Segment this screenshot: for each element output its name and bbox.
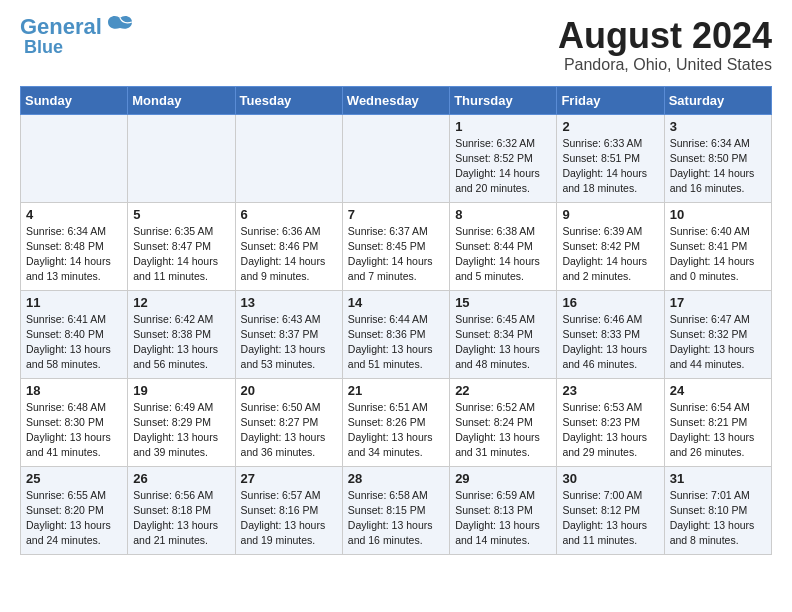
day-number: 25 (26, 471, 122, 486)
logo-general: General (20, 14, 102, 39)
day-number: 27 (241, 471, 337, 486)
calendar-cell: 10Sunrise: 6:40 AMSunset: 8:41 PMDayligh… (664, 202, 771, 290)
day-number: 15 (455, 295, 551, 310)
day-number: 9 (562, 207, 658, 222)
day-info: Sunrise: 6:42 AMSunset: 8:38 PMDaylight:… (133, 312, 229, 373)
day-info: Sunrise: 6:52 AMSunset: 8:24 PMDaylight:… (455, 400, 551, 461)
day-number: 26 (133, 471, 229, 486)
calendar-cell: 15Sunrise: 6:45 AMSunset: 8:34 PMDayligh… (450, 290, 557, 378)
day-info: Sunrise: 6:57 AMSunset: 8:16 PMDaylight:… (241, 488, 337, 549)
day-number: 3 (670, 119, 766, 134)
calendar-cell: 13Sunrise: 6:43 AMSunset: 8:37 PMDayligh… (235, 290, 342, 378)
header-row: SundayMondayTuesdayWednesdayThursdayFrid… (21, 86, 772, 114)
calendar-cell: 7Sunrise: 6:37 AMSunset: 8:45 PMDaylight… (342, 202, 449, 290)
day-info: Sunrise: 7:00 AMSunset: 8:12 PMDaylight:… (562, 488, 658, 549)
page: General Blue August 2024 Pandora, Ohio, … (0, 0, 792, 571)
day-number: 29 (455, 471, 551, 486)
day-info: Sunrise: 6:41 AMSunset: 8:40 PMDaylight:… (26, 312, 122, 373)
col-header-thursday: Thursday (450, 86, 557, 114)
day-number: 8 (455, 207, 551, 222)
day-number: 11 (26, 295, 122, 310)
calendar-cell: 4Sunrise: 6:34 AMSunset: 8:48 PMDaylight… (21, 202, 128, 290)
calendar-cell: 9Sunrise: 6:39 AMSunset: 8:42 PMDaylight… (557, 202, 664, 290)
calendar-cell: 25Sunrise: 6:55 AMSunset: 8:20 PMDayligh… (21, 466, 128, 554)
col-header-monday: Monday (128, 86, 235, 114)
calendar-cell (235, 114, 342, 202)
day-number: 4 (26, 207, 122, 222)
day-info: Sunrise: 6:43 AMSunset: 8:37 PMDaylight:… (241, 312, 337, 373)
calendar-cell (342, 114, 449, 202)
day-number: 28 (348, 471, 444, 486)
week-row-3: 11Sunrise: 6:41 AMSunset: 8:40 PMDayligh… (21, 290, 772, 378)
week-row-2: 4Sunrise: 6:34 AMSunset: 8:48 PMDaylight… (21, 202, 772, 290)
calendar-table: SundayMondayTuesdayWednesdayThursdayFrid… (20, 86, 772, 555)
day-number: 13 (241, 295, 337, 310)
day-info: Sunrise: 6:34 AMSunset: 8:50 PMDaylight:… (670, 136, 766, 197)
col-header-friday: Friday (557, 86, 664, 114)
calendar-cell: 21Sunrise: 6:51 AMSunset: 8:26 PMDayligh… (342, 378, 449, 466)
calendar-cell: 22Sunrise: 6:52 AMSunset: 8:24 PMDayligh… (450, 378, 557, 466)
calendar-cell: 5Sunrise: 6:35 AMSunset: 8:47 PMDaylight… (128, 202, 235, 290)
day-info: Sunrise: 7:01 AMSunset: 8:10 PMDaylight:… (670, 488, 766, 549)
calendar-cell: 19Sunrise: 6:49 AMSunset: 8:29 PMDayligh… (128, 378, 235, 466)
day-info: Sunrise: 6:51 AMSunset: 8:26 PMDaylight:… (348, 400, 444, 461)
calendar-cell: 1Sunrise: 6:32 AMSunset: 8:52 PMDaylight… (450, 114, 557, 202)
calendar-cell: 23Sunrise: 6:53 AMSunset: 8:23 PMDayligh… (557, 378, 664, 466)
day-info: Sunrise: 6:45 AMSunset: 8:34 PMDaylight:… (455, 312, 551, 373)
calendar-cell: 3Sunrise: 6:34 AMSunset: 8:50 PMDaylight… (664, 114, 771, 202)
title-block: August 2024 Pandora, Ohio, United States (558, 16, 772, 74)
calendar-cell: 12Sunrise: 6:42 AMSunset: 8:38 PMDayligh… (128, 290, 235, 378)
day-number: 22 (455, 383, 551, 398)
day-number: 12 (133, 295, 229, 310)
day-info: Sunrise: 6:48 AMSunset: 8:30 PMDaylight:… (26, 400, 122, 461)
day-number: 19 (133, 383, 229, 398)
col-header-tuesday: Tuesday (235, 86, 342, 114)
day-info: Sunrise: 6:37 AMSunset: 8:45 PMDaylight:… (348, 224, 444, 285)
day-info: Sunrise: 6:56 AMSunset: 8:18 PMDaylight:… (133, 488, 229, 549)
week-row-5: 25Sunrise: 6:55 AMSunset: 8:20 PMDayligh… (21, 466, 772, 554)
day-info: Sunrise: 6:34 AMSunset: 8:48 PMDaylight:… (26, 224, 122, 285)
calendar-cell: 29Sunrise: 6:59 AMSunset: 8:13 PMDayligh… (450, 466, 557, 554)
day-info: Sunrise: 6:49 AMSunset: 8:29 PMDaylight:… (133, 400, 229, 461)
day-number: 14 (348, 295, 444, 310)
day-number: 18 (26, 383, 122, 398)
week-row-1: 1Sunrise: 6:32 AMSunset: 8:52 PMDaylight… (21, 114, 772, 202)
page-title: August 2024 (558, 16, 772, 56)
day-info: Sunrise: 6:32 AMSunset: 8:52 PMDaylight:… (455, 136, 551, 197)
day-info: Sunrise: 6:55 AMSunset: 8:20 PMDaylight:… (26, 488, 122, 549)
calendar-cell: 28Sunrise: 6:58 AMSunset: 8:15 PMDayligh… (342, 466, 449, 554)
day-number: 6 (241, 207, 337, 222)
calendar-cell: 18Sunrise: 6:48 AMSunset: 8:30 PMDayligh… (21, 378, 128, 466)
calendar-cell: 30Sunrise: 7:00 AMSunset: 8:12 PMDayligh… (557, 466, 664, 554)
day-info: Sunrise: 6:58 AMSunset: 8:15 PMDaylight:… (348, 488, 444, 549)
day-number: 2 (562, 119, 658, 134)
col-header-wednesday: Wednesday (342, 86, 449, 114)
day-info: Sunrise: 6:46 AMSunset: 8:33 PMDaylight:… (562, 312, 658, 373)
day-info: Sunrise: 6:36 AMSunset: 8:46 PMDaylight:… (241, 224, 337, 285)
day-info: Sunrise: 6:59 AMSunset: 8:13 PMDaylight:… (455, 488, 551, 549)
calendar-cell: 6Sunrise: 6:36 AMSunset: 8:46 PMDaylight… (235, 202, 342, 290)
calendar-cell (21, 114, 128, 202)
day-number: 5 (133, 207, 229, 222)
day-number: 10 (670, 207, 766, 222)
day-number: 17 (670, 295, 766, 310)
day-info: Sunrise: 6:50 AMSunset: 8:27 PMDaylight:… (241, 400, 337, 461)
calendar-cell: 14Sunrise: 6:44 AMSunset: 8:36 PMDayligh… (342, 290, 449, 378)
logo-text: General (20, 16, 102, 38)
day-info: Sunrise: 6:47 AMSunset: 8:32 PMDaylight:… (670, 312, 766, 373)
logo: General Blue (20, 16, 134, 56)
day-number: 20 (241, 383, 337, 398)
day-number: 1 (455, 119, 551, 134)
col-header-saturday: Saturday (664, 86, 771, 114)
day-info: Sunrise: 6:33 AMSunset: 8:51 PMDaylight:… (562, 136, 658, 197)
day-info: Sunrise: 6:40 AMSunset: 8:41 PMDaylight:… (670, 224, 766, 285)
day-info: Sunrise: 6:44 AMSunset: 8:36 PMDaylight:… (348, 312, 444, 373)
day-number: 21 (348, 383, 444, 398)
calendar-cell: 26Sunrise: 6:56 AMSunset: 8:18 PMDayligh… (128, 466, 235, 554)
calendar-cell: 20Sunrise: 6:50 AMSunset: 8:27 PMDayligh… (235, 378, 342, 466)
calendar-cell: 31Sunrise: 7:01 AMSunset: 8:10 PMDayligh… (664, 466, 771, 554)
day-number: 16 (562, 295, 658, 310)
logo-blue: Blue (24, 38, 63, 56)
logo-bird-icon (106, 14, 134, 36)
day-info: Sunrise: 6:38 AMSunset: 8:44 PMDaylight:… (455, 224, 551, 285)
